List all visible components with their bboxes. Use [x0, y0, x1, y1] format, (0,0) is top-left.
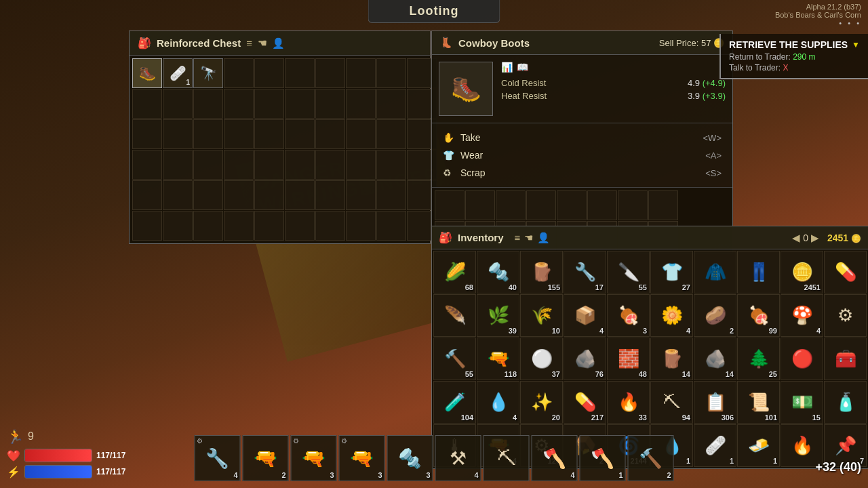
- inv-slot-0[interactable]: 🌽68: [433, 251, 476, 293]
- inv-equip-icon[interactable]: 👤: [537, 232, 550, 244]
- scrap-action[interactable]: ♻ Scrap <S>: [440, 164, 724, 182]
- inv-slot-39[interactable]: 🧴: [824, 381, 867, 424]
- chest-slot-44[interactable]: [254, 180, 284, 210]
- chest-slot-10[interactable]: [132, 89, 162, 119]
- chest-slot-47[interactable]: [346, 180, 376, 210]
- inv-slot-38[interactable]: 💵15: [781, 381, 823, 424]
- hotbar-slot-6[interactable]: ⛏: [484, 435, 530, 481]
- inv-slot-2[interactable]: 🪵155: [520, 251, 563, 293]
- chest-slot-42[interactable]: [193, 180, 223, 210]
- chest-slot-37[interactable]: [346, 150, 376, 180]
- inv-slot-27[interactable]: 🌲25: [737, 338, 780, 380]
- chest-slot-48[interactable]: [376, 180, 406, 210]
- chest-slot-28[interactable]: [376, 119, 406, 149]
- chest-slot-25[interactable]: [285, 119, 315, 149]
- hotbar-slot-7[interactable]: 🪓4: [532, 435, 578, 481]
- chest-slot-23[interactable]: [224, 119, 254, 149]
- chest-slot-8[interactable]: [376, 58, 406, 88]
- chest-slot-32[interactable]: [193, 150, 223, 180]
- chest-slot-0[interactable]: 🥾: [132, 58, 162, 88]
- wear-action[interactable]: 👕 Wear <A>: [440, 146, 724, 164]
- hotbar-slot-9[interactable]: 🔨2: [628, 435, 674, 481]
- inv-slot-16[interactable]: 🥔2: [694, 294, 736, 337]
- chest-slot-30[interactable]: [132, 150, 162, 180]
- inv-slot-30[interactable]: 🧪104: [433, 381, 476, 424]
- chest-slot-46[interactable]: [315, 180, 345, 210]
- chest-slot-2[interactable]: 🔭: [193, 58, 223, 88]
- inv-slot-31[interactable]: 💧4: [477, 381, 519, 424]
- inv-slot-6[interactable]: 🧥: [694, 251, 736, 293]
- inv-slot-32[interactable]: ✨20: [520, 381, 563, 424]
- chest-slot-43[interactable]: [224, 180, 254, 210]
- inv-slot-37[interactable]: 📜101: [737, 381, 780, 424]
- hotbar-slot-2[interactable]: 🔫⚙3: [291, 435, 337, 481]
- transfer-icon[interactable]: ☚: [258, 37, 267, 49]
- chest-slot-15[interactable]: [285, 89, 315, 119]
- next-page-button[interactable]: ▶: [811, 232, 819, 244]
- rp-slot-3[interactable]: [526, 190, 556, 220]
- chest-slot-16[interactable]: [315, 89, 345, 119]
- chest-slot-11[interactable]: [163, 89, 193, 119]
- chest-slot-40[interactable]: [132, 180, 162, 210]
- inv-slot-8[interactable]: 🪙2451: [781, 251, 823, 293]
- hotbar-slot-1[interactable]: 🔫2: [243, 435, 289, 481]
- chest-slot-53[interactable]: [224, 211, 254, 241]
- chest-slot-41[interactable]: [163, 180, 193, 210]
- chest-slot-52[interactable]: [193, 211, 223, 241]
- rp-slot-5[interactable]: [587, 190, 617, 220]
- hotbar-slot-3[interactable]: 🔫⚙3: [339, 435, 385, 481]
- chest-slot-51[interactable]: [163, 211, 193, 241]
- rp-slot-6[interactable]: [618, 190, 648, 220]
- inv-slot-3[interactable]: 🔧17: [564, 251, 606, 293]
- rp-slot-2[interactable]: [496, 190, 526, 220]
- chest-slot-21[interactable]: [163, 119, 193, 149]
- chest-slot-31[interactable]: [163, 150, 193, 180]
- chest-slot-33[interactable]: [224, 150, 254, 180]
- chest-slot-35[interactable]: [285, 150, 315, 180]
- chest-slot-1[interactable]: 🩹 1: [163, 58, 193, 88]
- take-action[interactable]: ✋ Take <W>: [440, 129, 724, 146]
- chest-slot-54[interactable]: [254, 211, 284, 241]
- inv-slot-28[interactable]: 🔴: [781, 338, 823, 380]
- inv-transfer-icon[interactable]: ☚: [524, 232, 533, 244]
- chest-slot-38[interactable]: [376, 150, 406, 180]
- chest-slot-18[interactable]: [376, 89, 406, 119]
- inv-slot-12[interactable]: 🌾10: [520, 294, 563, 337]
- chest-slot-7[interactable]: [346, 58, 376, 88]
- inv-slot-7[interactable]: 👖: [737, 251, 780, 293]
- hotbar-slot-0[interactable]: 🔧⚙4: [195, 435, 241, 481]
- inv-slot-21[interactable]: 🔫118: [477, 338, 519, 380]
- inv-sort-icon[interactable]: ≡: [515, 232, 521, 244]
- inv-slot-25[interactable]: 🪵14: [650, 338, 693, 380]
- hotbar-slot-4[interactable]: 🔩3: [387, 435, 433, 481]
- chest-slot-58[interactable]: [376, 211, 406, 241]
- inv-slot-11[interactable]: 🌿39: [477, 294, 519, 337]
- chest-slot-50[interactable]: [132, 211, 162, 241]
- rp-slot-1[interactable]: [465, 190, 495, 220]
- inv-slot-14[interactable]: 🍖3: [607, 294, 650, 337]
- equip-icon[interactable]: 👤: [272, 37, 285, 49]
- inv-slot-13[interactable]: 📦4: [564, 294, 606, 337]
- inv-slot-10[interactable]: 🪶: [433, 294, 476, 337]
- chest-slot-57[interactable]: [346, 211, 376, 241]
- rp-slot-0[interactable]: [435, 190, 465, 220]
- inv-slot-1[interactable]: 🔩40: [477, 251, 519, 293]
- inv-slot-19[interactable]: ⚙: [824, 294, 867, 337]
- chest-slot-17[interactable]: [346, 89, 376, 119]
- inv-slot-15[interactable]: 🌼4: [650, 294, 693, 337]
- chest-slot-36[interactable]: [315, 150, 345, 180]
- chest-slot-45[interactable]: [285, 180, 315, 210]
- inv-slot-23[interactable]: 🪨76: [564, 338, 606, 380]
- rp-slot-4[interactable]: [557, 190, 587, 220]
- inv-slot-47[interactable]: 🧈1: [737, 424, 780, 467]
- chest-slot-4[interactable]: [254, 58, 284, 88]
- inv-slot-26[interactable]: 🪨14: [694, 338, 736, 380]
- chest-slot-12[interactable]: [193, 89, 223, 119]
- inv-slot-35[interactable]: ⛏94: [650, 381, 693, 424]
- inv-slot-34[interactable]: 🔥33: [607, 381, 650, 424]
- chest-slot-26[interactable]: [315, 119, 345, 149]
- chest-slot-13[interactable]: [224, 89, 254, 119]
- inv-slot-33[interactable]: 💊217: [564, 381, 606, 424]
- chest-slot-56[interactable]: [315, 211, 345, 241]
- chest-slot-3[interactable]: [224, 58, 254, 88]
